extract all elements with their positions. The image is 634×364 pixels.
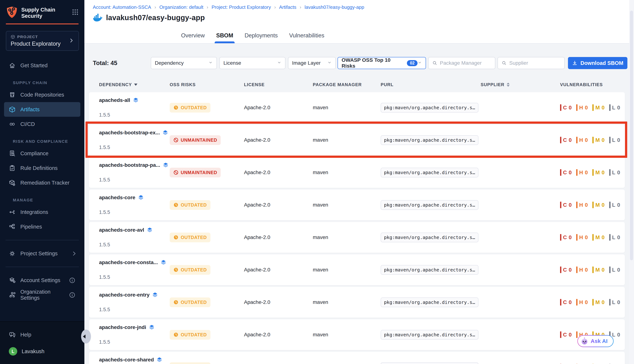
- sidebar-item-remediation-tracker[interactable]: Remediation Tracker: [4, 176, 80, 190]
- sidebar-item-organization-settings[interactable]: Organization Settings: [4, 288, 80, 302]
- purl-cell: pkg:maven/org.apache.directory.s…: [381, 170, 481, 175]
- clock-icon: [173, 332, 178, 337]
- tab-overview[interactable]: Overview: [181, 32, 205, 43]
- breadcrumb-link[interactable]: lavakush07/easy-buggy-app: [304, 4, 364, 10]
- chevron-right-icon: [69, 38, 74, 44]
- table-row[interactable]: apacheds-bootstrap-ex...1.5.5UNMAINTAINE…: [89, 125, 625, 156]
- sidebar-bottom: ? Help L Lavakush: [0, 321, 84, 364]
- dependency-name: apacheds-core-entry: [99, 292, 170, 298]
- user-menu[interactable]: L Lavakush: [4, 345, 80, 358]
- purl-cell: pkg:maven/org.apache.directory.s…: [381, 138, 481, 143]
- table-row[interactable]: apacheds-core-entry1.5.5OUTDATEDApache-2…: [89, 287, 625, 318]
- package-manager-search-input[interactable]: [440, 60, 491, 66]
- risk-badge-unmaintained: UNMAINTAINED: [170, 135, 221, 145]
- breadcrumb-link[interactable]: Account: Automation-SSCA: [93, 4, 151, 10]
- ask-ai-button[interactable]: Ask AI: [577, 335, 614, 347]
- module-switcher-grid-icon[interactable]: [72, 8, 79, 16]
- table-row[interactable]: apacheds-core-avl1.5.5OUTDATEDApache-2.0…: [89, 222, 625, 253]
- vuln-severity-bar: [576, 332, 577, 338]
- search-icon: [432, 60, 437, 66]
- table-row[interactable]: apacheds-core-consta...1.5.5OUTDATEDApac…: [89, 254, 625, 285]
- risk-badge-outdated: OUTDATED: [170, 103, 210, 112]
- breadcrumb-link[interactable]: Project: Product Exploratory: [211, 4, 271, 10]
- vuln-severity-bar: [592, 266, 594, 273]
- sidebar-item-label: CI/CD: [20, 121, 35, 127]
- vuln-value: 0: [617, 332, 620, 338]
- tab-sbom[interactable]: SBOM: [216, 32, 233, 43]
- column-header-supplier[interactable]: SUPPLIER: [481, 82, 560, 87]
- vuln-count-h: H0: [576, 137, 588, 143]
- vulnerability-counts: C0H0M0L0: [560, 234, 620, 241]
- sidebar-item-label: Help: [20, 332, 31, 338]
- column-header-license: LICENSE: [244, 82, 313, 87]
- sidebar-item-integrations[interactable]: Integrations: [4, 205, 80, 220]
- package-manager-search[interactable]: [428, 57, 495, 69]
- sidebar-item-artifacts[interactable]: Artifacts: [4, 102, 80, 117]
- sidebar-item-rule-definitions[interactable]: Rule Definitions: [4, 161, 80, 176]
- vuln-value: 0: [601, 137, 605, 143]
- dependency-filter-dropdown[interactable]: Dependency: [151, 57, 217, 69]
- sidebar-item-label: Get Started: [20, 62, 48, 68]
- chevron-down-icon: [277, 60, 281, 66]
- breadcrumb-link[interactable]: Organization: default: [159, 4, 203, 10]
- layers-icon: [152, 292, 158, 298]
- tab-deployments[interactable]: Deployments: [244, 32, 278, 43]
- oss-risk-cell: OUTDATED: [170, 103, 244, 112]
- vuln-count-m: M0: [592, 266, 605, 273]
- dependency-name: apacheds-all: [99, 97, 170, 103]
- ban-icon: [173, 170, 178, 175]
- table-row[interactable]: apacheds-core-jndi1.5.5OUTDATEDApache-2.…: [89, 319, 625, 350]
- dependency-version: 1.5.5: [99, 307, 170, 312]
- scrollbar-thumb[interactable]: [630, 11, 633, 260]
- column-header-dependency[interactable]: DEPENDENCY: [99, 82, 170, 87]
- vuln-count-h: H0: [576, 169, 588, 176]
- sort-icon: [507, 83, 510, 87]
- layers-icon: [147, 227, 153, 233]
- layers-icon: [163, 162, 169, 168]
- vuln-severity-bar: [576, 299, 577, 306]
- vuln-letter: M: [595, 170, 600, 176]
- sidebar-item-code-repositories[interactable]: Code Repositories: [4, 88, 80, 102]
- vuln-value: 0: [617, 137, 620, 143]
- vuln-letter: M: [595, 299, 600, 305]
- image-layer-filter-dropdown[interactable]: Image Layer: [288, 57, 336, 69]
- supplier-search-input[interactable]: [509, 60, 561, 66]
- vuln-count-c: C0: [560, 332, 572, 338]
- vuln-severity-bar: [560, 234, 561, 241]
- sidebar-item-project-settings[interactable]: Project Settings: [4, 246, 80, 261]
- sidebar-collapse-handle[interactable]: [81, 330, 91, 344]
- vuln-severity-bar: [592, 137, 594, 143]
- project-selector[interactable]: PROJECT Product Exploratory: [6, 31, 79, 51]
- project-cube-icon: [11, 35, 15, 39]
- sidebar-item-ci-cd[interactable]: CI/CD: [4, 117, 80, 132]
- sidebar-item-pipelines[interactable]: Pipelines: [4, 220, 80, 234]
- table-row[interactable]: apacheds-all1.5.5OUTDATEDApache-2.0maven…: [89, 92, 625, 123]
- breadcrumb-link[interactable]: Artifacts: [279, 4, 296, 10]
- risk-badge-label: OUTDATED: [181, 300, 207, 305]
- table-row[interactable]: apacheds-core-shared1.5.5OUTDATEDApache-…: [89, 352, 625, 364]
- owasp-risks-filter-dropdown[interactable]: OWASP OSS Top 10 Risks 02: [338, 57, 426, 69]
- sidebar-item-label: Account Settings: [20, 277, 60, 283]
- table-row[interactable]: apacheds-core1.5.5OUTDATEDApache-2.0mave…: [89, 190, 625, 220]
- download-sbom-button[interactable]: Download SBOM: [568, 57, 627, 69]
- tab-vulnerabilities[interactable]: Vulnerabilities: [289, 32, 324, 43]
- sidebar-item-help[interactable]: ? Help: [4, 327, 80, 342]
- vuln-severity-bar: [560, 169, 561, 176]
- supplier-search[interactable]: [497, 57, 565, 69]
- license-filter-dropdown[interactable]: License: [219, 57, 285, 69]
- project-name: Product Exploratory: [11, 40, 61, 47]
- column-header-label: DEPENDENCY: [99, 82, 132, 87]
- vuln-letter: L: [612, 170, 616, 176]
- dependency-version: 1.5.5: [99, 177, 170, 183]
- sidebar-item-account-settings[interactable]: Account Settings: [4, 273, 80, 288]
- table-row[interactable]: apacheds-bootstrap-pa...1.5.5UNMAINTAINE…: [89, 157, 625, 188]
- sidebar-item-get-started[interactable]: Get Started: [4, 58, 80, 73]
- vuln-severity-bar: [609, 234, 610, 241]
- table-header-row: DEPENDENCYOSS RISKSLICENSEPACKAGE MANAGE…: [89, 82, 625, 88]
- risk-badge-outdated: OUTDATED: [170, 330, 210, 340]
- vuln-severity-bar: [592, 299, 594, 306]
- purl-pill: pkg:maven/org.apache.directory.s…: [381, 330, 478, 340]
- sidebar-item-compliance[interactable]: Compliance: [4, 146, 80, 161]
- dependency-cell: apacheds-core-consta...1.5.5: [99, 260, 170, 280]
- box-tag-icon: [9, 180, 16, 186]
